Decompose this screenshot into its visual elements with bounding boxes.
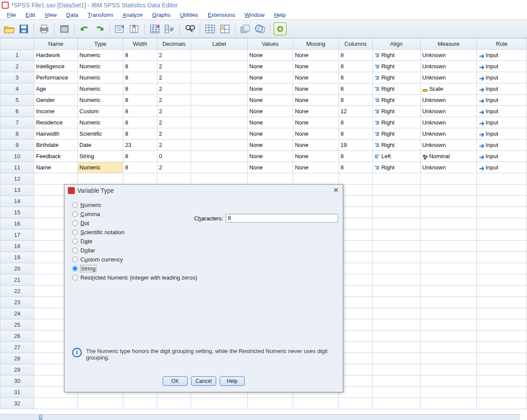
cell-label[interactable] <box>191 117 248 128</box>
cell-align[interactable]: Right <box>373 162 421 173</box>
table-row[interactable]: 32 <box>0 398 527 409</box>
scrollbar-thumb[interactable] <box>39 415 42 420</box>
row-header[interactable]: 29 <box>0 364 34 375</box>
cell-empty[interactable] <box>420 218 477 229</box>
col-header-align[interactable]: Align <box>373 38 421 50</box>
radio-input[interactable] <box>72 275 78 280</box>
row-header[interactable]: 17 <box>0 229 34 241</box>
cell-empty[interactable] <box>339 308 372 319</box>
cell-empty[interactable] <box>373 398 421 409</box>
cell-type[interactable]: Numeric <box>77 72 123 83</box>
horizontal-scrollbar[interactable] <box>0 414 520 420</box>
cell-width[interactable]: 8 <box>123 72 157 83</box>
row-header[interactable]: 28 <box>0 353 34 364</box>
col-header-role[interactable]: Role <box>477 38 527 50</box>
cell-measure[interactable]: Unknown <box>420 106 477 117</box>
cell-role[interactable]: Input <box>477 151 527 162</box>
cell-empty[interactable] <box>339 353 372 364</box>
print-icon[interactable] <box>38 22 51 35</box>
cell-empty[interactable] <box>373 196 421 207</box>
cell-empty[interactable] <box>34 398 77 409</box>
cell-empty[interactable] <box>420 398 477 409</box>
cell-width[interactable]: 8 <box>123 61 157 72</box>
radio-restricted-numeric-integer-with-leading-zeros-[interactable]: Restricted Numeric (integer with leading… <box>72 274 335 281</box>
cell-type[interactable]: Scientific <box>77 128 123 140</box>
cell-empty[interactable] <box>373 342 421 353</box>
table-row[interactable]: 6IncomeCustom82NoneNone12RightUnknownInp… <box>0 106 527 117</box>
cell-empty[interactable] <box>191 398 248 409</box>
cell-measure[interactable]: Unknown <box>420 72 477 83</box>
cell-values[interactable]: None <box>247 72 293 83</box>
cell-empty[interactable] <box>373 319 421 331</box>
cell-empty[interactable] <box>477 229 527 241</box>
cell-role[interactable]: Input <box>477 72 527 83</box>
cell-missing[interactable]: None <box>293 128 339 140</box>
cell-width[interactable]: 8 <box>123 83 157 95</box>
row-header[interactable]: 30 <box>0 375 34 387</box>
cell-columns[interactable]: 8 <box>339 95 372 106</box>
cell-role[interactable]: Input <box>477 83 527 95</box>
menu-data[interactable]: Data <box>62 11 82 19</box>
cell-empty[interactable] <box>477 331 527 342</box>
close-icon[interactable]: ✕ <box>332 187 339 194</box>
cell-width[interactable]: 8 <box>123 162 157 173</box>
cell-empty[interactable] <box>339 218 372 229</box>
cell-missing[interactable]: None <box>293 117 339 128</box>
cell-columns[interactable]: 19 <box>339 140 372 151</box>
row-header[interactable]: 1 <box>0 50 34 61</box>
cell-empty[interactable] <box>420 387 477 398</box>
cell-label[interactable] <box>191 128 248 140</box>
cell-type[interactable]: Numeric <box>77 83 123 95</box>
cell-type[interactable]: Numeric <box>77 95 123 106</box>
radio-input[interactable] <box>72 220 78 226</box>
cell-measure[interactable]: Nominal <box>420 151 477 162</box>
cell-width[interactable]: 8 <box>123 117 157 128</box>
menu-edit[interactable]: Edit <box>21 11 39 19</box>
cell-empty[interactable] <box>293 173 339 185</box>
radio-input[interactable] <box>72 211 78 217</box>
cell-empty[interactable] <box>477 252 527 263</box>
cell-values[interactable]: None <box>247 128 293 140</box>
table-row[interactable]: 2IntelligenceNumeric82NoneNone8RightUnkn… <box>0 61 527 72</box>
cell-values[interactable]: None <box>247 117 293 128</box>
cell-empty[interactable] <box>339 286 372 297</box>
cell-empty[interactable] <box>339 342 372 353</box>
cell-align[interactable]: Right <box>373 106 421 117</box>
cell-empty[interactable] <box>373 252 421 263</box>
cell-label[interactable] <box>191 106 248 117</box>
cell-empty[interactable] <box>339 375 372 387</box>
radio-custom-currency[interactable]: Custom currency <box>72 256 335 263</box>
cell-empty[interactable] <box>373 364 421 375</box>
cell-empty[interactable] <box>373 173 421 185</box>
cell-empty[interactable] <box>157 398 191 409</box>
open-icon[interactable] <box>3 22 16 35</box>
cell-empty[interactable] <box>420 196 477 207</box>
row-header[interactable]: 8 <box>0 128 34 140</box>
cell-empty[interactable] <box>420 297 477 308</box>
cell-align[interactable]: Right <box>373 83 421 95</box>
cell-empty[interactable] <box>123 173 157 185</box>
cell-missing[interactable]: None <box>293 83 339 95</box>
cell-name[interactable]: Intelligence <box>34 61 77 72</box>
cell-empty[interactable] <box>420 229 477 241</box>
cell-align[interactable]: Right <box>373 140 421 151</box>
cell-columns[interactable]: 8 <box>339 50 372 61</box>
row-header[interactable]: 11 <box>0 162 34 173</box>
cell-empty[interactable] <box>373 353 421 364</box>
col-header-values[interactable]: Values <box>247 38 293 50</box>
cancel-button[interactable]: Cancel <box>191 376 216 386</box>
cell-decimals[interactable]: 2 <box>157 162 191 173</box>
menu-file[interactable]: File <box>3 11 20 19</box>
cell-empty[interactable] <box>420 274 477 286</box>
cell-values[interactable]: None <box>247 61 293 72</box>
cell-empty[interactable] <box>373 229 421 241</box>
radio-date[interactable]: Date <box>72 238 335 245</box>
cell-empty[interactable] <box>477 274 527 286</box>
cell-decimals[interactable]: 2 <box>157 106 191 117</box>
cell-align[interactable]: Right <box>373 61 421 72</box>
cell-label[interactable] <box>191 95 248 106</box>
cell-empty[interactable] <box>420 319 477 331</box>
row-header[interactable]: 24 <box>0 308 34 319</box>
cell-measure[interactable]: Unknown <box>420 128 477 140</box>
cell-columns[interactable]: 8 <box>339 117 372 128</box>
